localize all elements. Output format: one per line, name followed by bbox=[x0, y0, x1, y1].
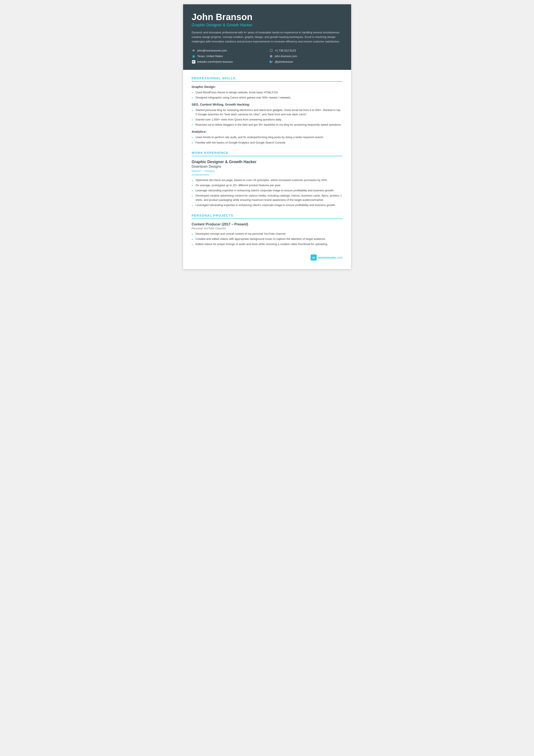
candidate-title: Graphic Designer & Growth Hacker bbox=[192, 23, 343, 27]
website-text: john-branson.com bbox=[275, 55, 297, 58]
list-item: Familiar with the basics of Google Analy… bbox=[192, 141, 343, 145]
work-date: 08/2017 – Present bbox=[192, 169, 343, 173]
twitter-icon: 🐦 bbox=[269, 60, 273, 64]
list-item: Used WordPress theme to design website, … bbox=[192, 90, 343, 94]
analytics-list: Used Ahrefs to perform site audit, and f… bbox=[192, 135, 343, 145]
location-icon: ◉ bbox=[192, 54, 195, 58]
list-item: Designed infographic using Canva which g… bbox=[192, 95, 343, 100]
candidate-name: John Branson bbox=[192, 12, 343, 22]
novoresume-logo-icon: N bbox=[311, 255, 317, 260]
projects-section-title: PERSONAL PROJECTS bbox=[192, 214, 343, 219]
contact-location: ◉ Texas, United States bbox=[192, 54, 265, 58]
contact-linkedin: in linkedin.com/in/john-branson bbox=[192, 60, 265, 64]
list-item: Developed creative advertising content f… bbox=[192, 194, 343, 202]
svg-text:N: N bbox=[313, 256, 315, 259]
linkedin-text: linkedin.com/in/john-branson bbox=[197, 60, 233, 63]
resume-document: John Branson Graphic Designer & Growth H… bbox=[183, 4, 351, 269]
project-subtitle: Personal YouTube Channel bbox=[192, 227, 343, 230]
footer-logo: N novoresume.com bbox=[192, 252, 343, 260]
work-experience-list: Optimized old check-out page, based on c… bbox=[192, 178, 343, 207]
website-icon: ⊕ bbox=[269, 54, 273, 58]
contact-grid: ✉ john@novoresume.com ☐ +1 730 512 5123 … bbox=[192, 49, 343, 64]
phone-icon: ☐ bbox=[269, 49, 273, 53]
candidate-summary: Dynamic and innovative professional with… bbox=[192, 30, 343, 44]
project-list: Developed concept and overall content of… bbox=[192, 232, 343, 246]
contact-phone: ☐ +1 730 512 5123 bbox=[269, 49, 343, 53]
contact-website: ⊕ john-branson.com bbox=[269, 54, 343, 58]
list-item: Started personal blog for reviewing elec… bbox=[192, 108, 343, 117]
list-item: Leverage rebranding expertise in enhanci… bbox=[192, 188, 343, 193]
location-text: Texas, United States bbox=[197, 55, 223, 58]
list-item: Gained over 1,500+ visits from Quora fro… bbox=[192, 118, 343, 122]
experience-section: WORK EXPERIENCE Graphic Designer & Growt… bbox=[192, 151, 343, 207]
email-icon: ✉ bbox=[192, 49, 195, 53]
list-item: Edited videos for proper timings of audi… bbox=[192, 242, 343, 246]
list-item: Created and edited videos with appropria… bbox=[192, 237, 343, 241]
achievements-label: Achievements bbox=[192, 173, 343, 176]
company-name: Downtown Designs bbox=[192, 165, 343, 169]
twitter-text: @johnbranson bbox=[275, 60, 293, 63]
projects-section: PERSONAL PROJECTS Content Producer (2017… bbox=[192, 214, 343, 246]
list-item: Reached out to fellow bloggers in the fi… bbox=[192, 122, 343, 127]
contact-twitter: 🐦 @johnbranson bbox=[269, 60, 343, 64]
linkedin-icon: in bbox=[192, 60, 195, 64]
seo-title: SEO, Content Writing, Growth Hacking: bbox=[192, 103, 343, 106]
phone-text: +1 730 512 5123 bbox=[275, 49, 296, 52]
logo-domain: .com bbox=[336, 256, 342, 259]
contact-email: ✉ john@novoresume.com bbox=[192, 49, 265, 53]
skills-section: PROFESSIONAL SKILLS Graphic Design: Used… bbox=[192, 76, 343, 145]
skills-section-title: PROFESSIONAL SKILLS bbox=[192, 76, 343, 82]
email-text: john@novoresume.com bbox=[197, 49, 227, 52]
novoresume-logo-text: novoresume.com bbox=[318, 256, 343, 259]
graphic-design-list: Used WordPress theme to design website, … bbox=[192, 90, 343, 100]
header-section: John Branson Graphic Designer & Growth H… bbox=[183, 4, 351, 70]
list-item: Developed concept and overall content of… bbox=[192, 232, 343, 236]
main-content: PROFESSIONAL SKILLS Graphic Design: Used… bbox=[183, 70, 351, 269]
graphic-design-title: Graphic Design: bbox=[192, 85, 343, 89]
project-title: Content Producer (2017 – Present) bbox=[192, 222, 343, 226]
job-title: Graphic Designer & Growth Hacker bbox=[192, 160, 343, 164]
experience-section-title: WORK EXPERIENCE bbox=[192, 151, 343, 156]
analytics-title: Analytics: bbox=[192, 130, 343, 133]
list-item: Leveraged rebranding expertise in enhanc… bbox=[192, 203, 343, 207]
list-item: Optimized old check-out page, based on c… bbox=[192, 178, 343, 182]
seo-list: Started personal blog for reviewing elec… bbox=[192, 108, 343, 127]
list-item: Used Ahrefs to perform site audit, and f… bbox=[192, 135, 343, 139]
list-item: On average, prototyped up to 20+ differe… bbox=[192, 183, 343, 187]
